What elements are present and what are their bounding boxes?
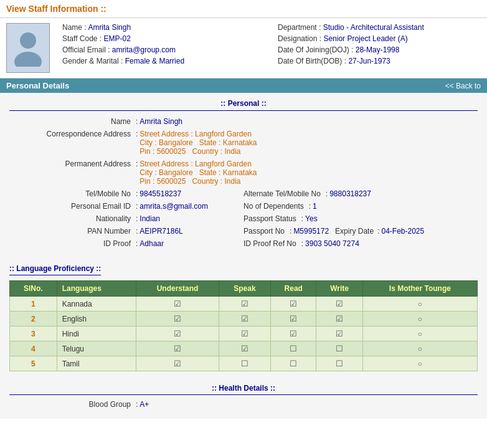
alt-tel-value: 9880318237 (329, 189, 371, 198)
desig-row: Designation : Senior Project Leader (A) (278, 34, 481, 43)
corr-state-value: Karnataka (223, 138, 257, 147)
id-proof-ref-right: ID Proof Ref No : 3903 5040 7274 (244, 239, 478, 248)
corr-city-value: Bangalore (159, 138, 193, 147)
perm-address-row: Permanent Address : Street Address : Lan… (9, 160, 478, 186)
pan-value: AEIPR7186L (139, 227, 182, 236)
corr-address-row: Correspondence Address : Street Address … (9, 130, 478, 156)
personal-details-section: :: Personal :: Name : Amrita Singh Corre… (0, 93, 487, 258)
section-header-bar: Personal Details << Back to (0, 79, 487, 93)
perm-pin-value: 5600025 (157, 177, 186, 186)
cell-read: ☐ (270, 341, 316, 356)
cell-write: ☐ (316, 341, 362, 356)
cell-mother: ○ (362, 312, 477, 326)
language-table: SlNo. Languages Understand Speak Read Wr… (9, 280, 478, 371)
cell-understand: ☑ (136, 312, 219, 326)
personal-name-row: Name : Amrita Singh (9, 117, 478, 126)
back-link[interactable]: << Back to (445, 82, 481, 90)
corr-state-label: State : (199, 138, 221, 147)
passport-right: Passport No : M5995172 Expiry Date : 04-… (244, 227, 478, 236)
cell-understand: ☑ (136, 297, 219, 312)
perm-country-label: Country : (192, 177, 222, 186)
svg-point-1 (14, 52, 42, 67)
staff-name-row: Name : Amrita Singh (62, 23, 265, 32)
corr-address-line2: City : Bangalore State : Karnataka (139, 138, 257, 147)
tel-row: Tel/Mobile No : 9845518237 Alternate Tel… (9, 189, 478, 198)
staff-fields: Name : Amrita Singh Staff Code : EMP-02 … (62, 23, 481, 68)
email-value: amrita@group.com (112, 45, 176, 54)
perm-city-value: Bangalore (159, 168, 193, 177)
corr-country-label: Country : (192, 147, 222, 156)
language-section: :: Language Proficiency :: SlNo. Languag… (0, 258, 487, 378)
staff-code-value: EMP-02 (104, 34, 131, 43)
cell-speak: ☑ (219, 341, 270, 356)
cell-mother: ○ (362, 356, 477, 371)
perm-address-line2: City : Bangalore State : Karnataka (139, 168, 257, 177)
cell-no: 5 (10, 356, 57, 371)
dependents-label: No of Dependents (244, 202, 307, 211)
nationality-label: Nationality (9, 214, 134, 223)
dept-row: Department : Studio - Architectural Assi… (278, 23, 481, 32)
staff-code-label: Staff Code (62, 34, 97, 43)
id-proof-ref-label: ID Proof Ref No (244, 239, 300, 248)
perm-street-label: Street Address : (139, 160, 192, 168)
corr-city-label: City : (139, 138, 156, 147)
passport-status-right: Passport Status : Yes (244, 214, 478, 223)
email-row: Official Email : amrita@group.com (62, 45, 265, 54)
cell-write: ☑ (316, 312, 362, 326)
nationality-row: Nationality : Indian Passport Status : Y… (9, 214, 478, 223)
cell-write: ☑ (316, 326, 362, 341)
dep-right: No of Dependents : 1 (244, 202, 478, 211)
alt-tel-label: Alternate Tel/Mobile No (244, 189, 324, 198)
page-title: View Staff Information :: (6, 4, 106, 14)
cell-no: 4 (10, 341, 57, 356)
table-row: 2 English ☑ ☑ ☑ ☑ ○ (10, 312, 478, 326)
personal-details-title: Personal Details (6, 81, 69, 90)
doj-value: 28-May-1998 (356, 45, 400, 54)
table-row: 3 Hindi ☑ ☑ ☑ ☑ ○ (10, 326, 478, 341)
personal-name-label: Name (9, 117, 134, 126)
corr-address-line3: Pin : 5600025 Country : India (139, 147, 257, 156)
cell-write: ☑ (316, 297, 362, 312)
cell-lang: English (57, 312, 136, 326)
cell-understand: ☑ (136, 341, 219, 356)
cell-read: ☐ (270, 356, 316, 371)
passport-status-value: Yes (305, 214, 318, 223)
gender-label: Gender & Marital (62, 57, 119, 65)
corr-address-label: Correspondence Address (9, 130, 134, 138)
id-proof-ref-value: 3903 5040 7274 (305, 239, 359, 248)
pan-left: PAN Number : AEIPR7186L (9, 227, 244, 236)
name-label: Name (62, 23, 82, 32)
doj-row: Date Of Joining(DOJ) : 28-May-1998 (278, 45, 481, 54)
svg-point-0 (20, 32, 36, 49)
perm-address-block: Street Address : Langford Garden City : … (139, 160, 257, 186)
health-section: :: Health Details :: Blood Group : A+ (0, 378, 487, 419)
desig-label: Designation (278, 34, 317, 43)
expiry-label: Expiry Date (329, 227, 376, 236)
personal-subsection-title: :: Personal :: (9, 99, 478, 111)
perm-country-value: India (224, 177, 240, 186)
corr-country-value: India (224, 147, 240, 156)
cell-no: 2 (10, 312, 57, 326)
col-header-speak: Speak (219, 281, 270, 297)
personal-email-label: Personal Email ID (9, 202, 134, 211)
blood-group-value: A+ (139, 400, 149, 409)
gender-row: Gender & Marital : Female & Married (62, 57, 265, 65)
cell-lang: Tamil (57, 356, 136, 371)
perm-street-value: Langford Garden (195, 160, 252, 168)
tel-value: 9845518237 (139, 189, 181, 198)
nationality-left: Nationality : Indian (9, 214, 244, 223)
cell-understand: ☑ (136, 326, 219, 341)
tel-right: Alternate Tel/Mobile No : 9880318237 (244, 189, 478, 198)
pan-label: PAN Number (9, 227, 134, 236)
dob-label: Date Of Birth(DOB) (278, 57, 342, 65)
perm-address-line1: Street Address : Langford Garden (139, 160, 257, 168)
avatar (6, 23, 50, 73)
cell-speak: ☐ (219, 356, 270, 371)
id-proof-row: ID Proof : Adhaar ID Proof Ref No : 3903… (9, 239, 478, 248)
cell-speak: ☑ (219, 312, 270, 326)
corr-street-label: Street Address : (139, 130, 192, 138)
passport-no-value: M5995172 (293, 227, 329, 236)
perm-address-line3: Pin : 5600025 Country : India (139, 177, 257, 186)
personal-email-value: amrita.s@gmail.com (139, 202, 208, 211)
id-proof-left: ID Proof : Adhaar (9, 239, 244, 248)
